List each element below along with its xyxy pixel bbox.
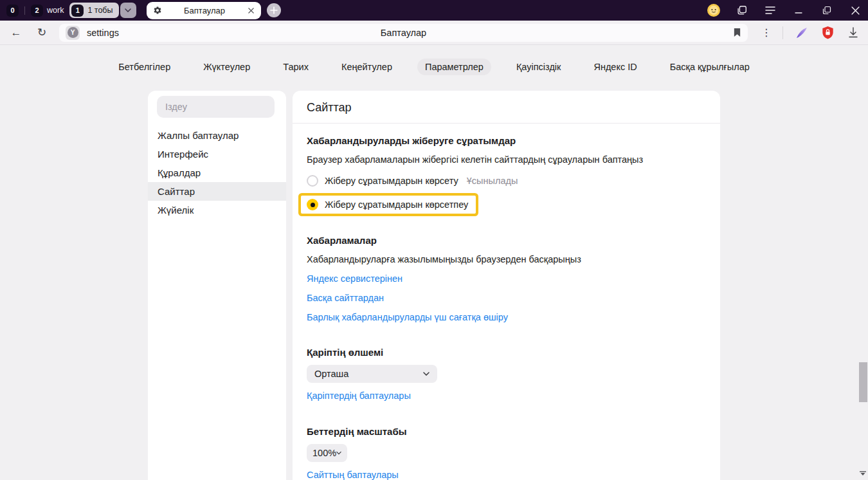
site-badge[interactable]: Y <box>66 26 80 40</box>
scroll-down-button[interactable] <box>860 467 866 479</box>
search-input[interactable] <box>157 96 275 118</box>
radio-checked-icon[interactable] <box>307 199 318 210</box>
font-settings-link[interactable]: Қаріптердің баптаулары <box>307 391 411 401</box>
radio-option-show-requests[interactable]: Жіберу сұратымдарын көрсету Ұсынылады <box>307 173 706 189</box>
radio-option-hide-requests[interactable]: Жіберу сұратымдарын көрсетпеу <box>301 196 476 214</box>
recommended-badge: Ұсынылады <box>467 176 518 186</box>
sidebar-item-sites[interactable]: Сайттар <box>148 182 286 201</box>
nav-tab-history[interactable]: Тарих <box>275 59 316 75</box>
title-divider <box>293 123 720 124</box>
url-text[interactable]: settings <box>87 28 119 38</box>
profile-avatar[interactable] <box>707 4 720 17</box>
shield-lock-icon <box>822 26 834 39</box>
browser-tab-settings[interactable]: Баптаулар <box>147 2 261 19</box>
nav-tab-other-devices[interactable]: Басқа құрылғылар <box>662 59 757 75</box>
hamburger-menu-icon <box>765 6 775 14</box>
radio-hide-label: Жіберу сұратымдарын көрсетпеу <box>325 199 468 210</box>
nav-tab-downloads[interactable]: Жүктеулер <box>195 59 258 75</box>
new-tab-button[interactable] <box>267 3 281 17</box>
nav-tab-security[interactable]: Қауіпсіздік <box>509 59 569 75</box>
chevron-down-icon <box>336 451 341 455</box>
workspace-work-label[interactable]: work <box>47 6 64 15</box>
chevron-down-icon <box>423 372 429 376</box>
avatar-face-icon <box>707 4 720 17</box>
scroll-down-arrow-icon <box>860 471 866 476</box>
link-other-sites[interactable]: Басқа сайттардан <box>307 293 384 303</box>
browser-menu-button[interactable] <box>764 4 777 17</box>
address-bar[interactable]: Y settings Баптаулар <box>59 24 748 42</box>
radio-show-label: Жіберу сұратымдарын көрсету <box>325 176 458 186</box>
workspace-divider <box>24 6 25 15</box>
minimize-icon <box>795 6 802 14</box>
site-settings-link[interactable]: Сайттың баптаулары <box>307 470 399 480</box>
push-requests-description: Браузер хабарламаларын жібергісі келетін… <box>307 154 706 165</box>
address-toolbar: ← ↻ Y settings Баптаулар ⋮ <box>0 21 868 45</box>
sidebar-list: Жалпы баптаулар Интерфейс Құралдар Сайтт… <box>148 126 286 219</box>
page-scale-select[interactable]: 100% <box>307 444 347 462</box>
workspace-active[interactable]: 1 1 тобы <box>69 3 118 18</box>
push-requests-heading: Хабарландыруларды жіберуге сұратымдар <box>307 135 706 146</box>
scrollbar-thumb[interactable] <box>859 362 867 402</box>
tab-title: Баптаулар <box>162 6 248 15</box>
settings-top-nav: Бетбелгілер Жүктеулер Тарих Кеңейтулер П… <box>0 59 868 75</box>
reload-button[interactable]: ↻ <box>33 26 50 39</box>
page-scale-heading: Беттердің масштабы <box>307 426 706 437</box>
settings-content: Сайттар Хабарландыруларды жіберуге сұрат… <box>293 91 720 480</box>
window-minimize-button[interactable] <box>792 4 805 17</box>
downloads-button[interactable] <box>846 26 860 40</box>
back-button[interactable]: ← <box>8 26 24 39</box>
chevron-down-icon <box>125 8 131 12</box>
workspace-active-label: 1 тобы <box>87 6 113 15</box>
link-mute-all-three-hours[interactable]: Барлық хабарландыруларды үш сағатқа өшір… <box>307 312 508 322</box>
settings-sidebar: Жалпы баптаулар Интерфейс Құралдар Сайтт… <box>148 91 286 480</box>
workspace-dropdown-button[interactable] <box>120 3 136 18</box>
sidebar-item-interface[interactable]: Интерфейс <box>148 145 286 163</box>
plus-icon <box>270 6 278 14</box>
address-bar-page-title: Баптаулар <box>59 28 748 38</box>
nav-tab-settings[interactable]: Параметрлер <box>417 59 491 75</box>
yandex-browser-logo-icon: Y <box>68 27 78 38</box>
window-close-icon <box>851 6 860 15</box>
radio-unchecked-icon[interactable] <box>307 175 318 187</box>
window-titlebar: 0 2 work 1 1 тобы Баптаулар <box>0 0 868 21</box>
link-yandex-services[interactable]: Яндекс сервистерінен <box>307 273 402 284</box>
sidebar-item-tools[interactable]: Құралдар <box>148 163 286 182</box>
tab-close-icon[interactable] <box>248 7 255 14</box>
workspace-zero-badge[interactable]: 0 <box>6 5 19 17</box>
feather-icon <box>795 26 808 39</box>
page-scale-value: 100% <box>312 448 336 458</box>
window-restore-button[interactable] <box>820 4 833 17</box>
restore-icon <box>822 6 831 15</box>
notifications-heading: Хабарламалар <box>307 235 706 246</box>
workspace-active-badge: 1 <box>71 5 84 17</box>
font-size-value: Орташа <box>314 369 423 379</box>
nav-tab-bookmarks[interactable]: Бетбелгілер <box>111 59 178 75</box>
nav-tab-yandex-id[interactable]: Яндекс ID <box>586 59 644 75</box>
sidebar-item-system[interactable]: Жүйелік <box>148 201 286 219</box>
neuro-feather-button[interactable] <box>795 26 809 40</box>
notifications-description: Хабарландыруларға жазылымыңызды браузерд… <box>307 254 706 264</box>
workspace-work-badge[interactable]: 2 <box>31 5 43 17</box>
window-close-button[interactable] <box>849 4 862 17</box>
gear-icon <box>153 6 162 15</box>
download-icon <box>848 27 858 38</box>
bookmark-icon[interactable] <box>733 28 741 37</box>
font-size-heading: Қаріптің өлшемі <box>307 347 706 358</box>
panels-icon <box>736 5 748 16</box>
tab-panels-button[interactable] <box>736 4 748 17</box>
protect-button[interactable] <box>820 26 835 40</box>
page-title: Сайттар <box>293 91 720 123</box>
sidebar-item-general[interactable]: Жалпы баптаулар <box>148 126 286 145</box>
toolbar-divider <box>782 26 783 39</box>
extensions-kebab-button[interactable]: ⋮ <box>759 26 773 40</box>
push-requests-options: Жіберу сұратымдарын көрсету Ұсынылады Жі… <box>307 173 706 214</box>
notifications-links: Яндекс сервистерінен Басқа сайттардан Ба… <box>307 273 706 322</box>
font-size-select[interactable]: Орташа <box>307 365 437 383</box>
nav-tab-extensions[interactable]: Кеңейтулер <box>334 59 400 75</box>
